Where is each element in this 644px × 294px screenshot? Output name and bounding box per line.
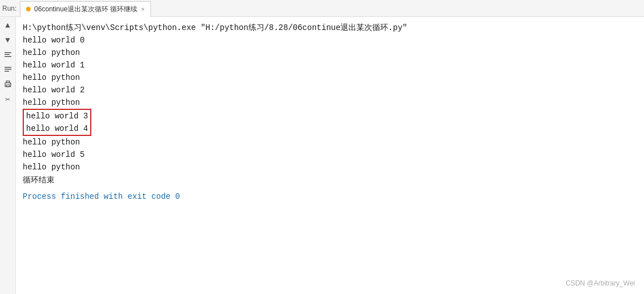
left-toolbar: ▲ ▼ ✂ — [0, 17, 16, 294]
svg-rect-9 — [10, 83, 11, 84]
svg-rect-3 — [5, 67, 11, 68]
output-line-hello-world-5: hello world 5 — [23, 148, 637, 161]
output-line-hello-python-4: hello python — [23, 136, 637, 148]
output-line-hello-python-3: hello python — [23, 96, 637, 109]
output-line-hello-world-4: hello world 4 — [26, 122, 88, 135]
main-container: ▲ ▼ ✂ H:\p — [0, 17, 644, 294]
wrap-button[interactable] — [2, 49, 14, 61]
svg-rect-1 — [5, 54, 10, 56]
scroll-up-button[interactable]: ▲ — [2, 19, 14, 32]
output-line-hello-python-5: hello python — [23, 161, 637, 173]
tab-title: 06continue退出某次循环 循环继续 — [34, 5, 137, 14]
align-button[interactable] — [2, 63, 14, 76]
output-line-hello-python-2: hello python — [23, 71, 637, 84]
active-tab[interactable]: 06continue退出某次循环 循环继续 × — [20, 1, 151, 17]
process-exit-line: Process finished with exit code 0 — [23, 190, 637, 203]
scroll-down-button[interactable]: ▼ — [2, 34, 14, 46]
tab-close-button[interactable]: × — [141, 6, 144, 12]
run-label: Run: — [2, 5, 16, 12]
print-button[interactable] — [2, 78, 14, 91]
output-line-hello-python-1: hello python — [23, 46, 637, 59]
output-line-hello-world-2: hello world 2 — [23, 84, 637, 96]
svg-rect-5 — [5, 71, 9, 72]
output-line-hello-world-0: hello world 0 — [23, 34, 637, 46]
watermark: CSDN @Arbitrary_Wei — [566, 279, 635, 287]
console-output: H:\python练习\venv\Scripts\python.exe "H:/… — [16, 17, 644, 294]
svg-rect-7 — [6, 81, 10, 83]
svg-rect-8 — [6, 85, 10, 87]
tab-bar: Run: 06continue退出某次循环 循环继续 × — [0, 0, 644, 17]
tab-dot-icon — [26, 7, 31, 11]
svg-rect-4 — [5, 69, 11, 70]
svg-rect-2 — [5, 56, 11, 57]
path-line: H:\python练习\venv\Scripts\python.exe "H:/… — [23, 22, 637, 34]
output-line-hello-world-1: hello world 1 — [23, 59, 637, 71]
svg-rect-0 — [5, 52, 11, 53]
highlight-box: hello world 3 hello world 4 — [23, 109, 91, 136]
output-line-hello-world-3: hello world 3 — [26, 110, 88, 122]
cut-button[interactable]: ✂ — [2, 93, 14, 105]
loop-end-line: 循环结束 — [23, 173, 637, 186]
